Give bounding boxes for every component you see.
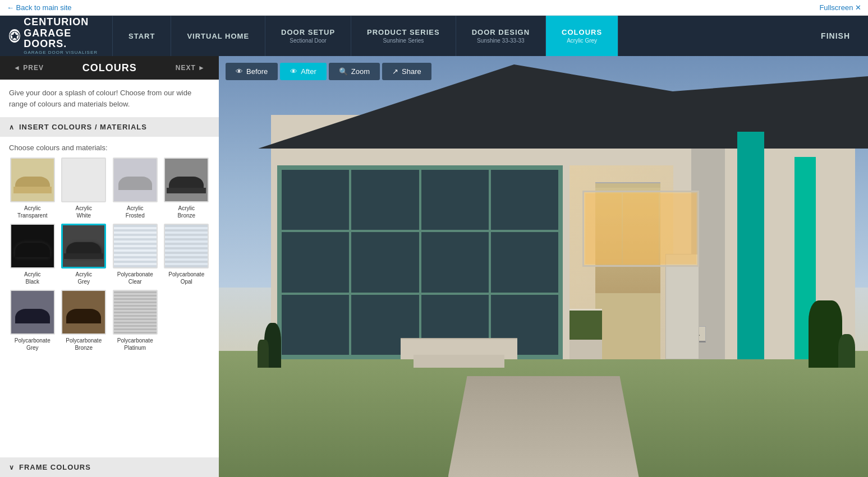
chevron-down-icon: ∨ <box>9 464 15 471</box>
colour-label-pc-platinum: PolycarbonatePlatinum <box>117 337 153 351</box>
colour-grid: AcrylicTransparent AcrylicWhite AcrylicF… <box>9 158 210 351</box>
insert-colours-section-header[interactable]: ∧ INSERT COLOURS / MATERIALS <box>0 117 219 137</box>
path-step2 <box>414 355 504 368</box>
colour-label-pc-grey: PolycarbonateGrey <box>15 337 50 351</box>
colour-swatch-acrylic-grey <box>61 224 106 268</box>
frame-colours-label: FRAME COLOURS <box>19 463 91 471</box>
nav-items: START VIRTUAL HOME DOOR SETUP Sectional … <box>112 16 868 56</box>
window-pane <box>585 193 622 263</box>
colour-label-pc-opal: PolycarbonateOpal <box>168 271 204 285</box>
view-toolbar: 👁 Before 👁 After 🔍 Zoom ↗ Share <box>226 63 431 80</box>
colour-item-pc-bronze[interactable]: PolycarbonateBronze <box>61 290 108 351</box>
nav-item-door-setup[interactable]: DOOR SETUP Sectional Door <box>265 16 351 56</box>
colour-label-acrylic-frosted: AcrylicFrosted <box>126 205 145 219</box>
teal-pillar-left <box>737 132 764 359</box>
logo-area: CENTURION GARAGE DOORS. GARAGE DOOR VISU… <box>0 12 112 59</box>
share-icon: ↗ <box>392 67 398 76</box>
zoom-button[interactable]: 🔍 Zoom <box>329 63 380 80</box>
sidebar-description: Give your door a splash of colour! Choos… <box>0 80 219 117</box>
svg-marker-1 <box>11 33 19 40</box>
nav-item-finish[interactable]: FINISH <box>803 16 868 56</box>
colour-item-acrylic-black[interactable]: AcrylicBlack <box>9 224 56 285</box>
colours-subtitle: Choose colours and materials: <box>9 143 210 152</box>
insert-colours-label: INSERT COLOURS / MATERIALS <box>19 123 147 131</box>
garage-pane <box>282 170 349 230</box>
logo-name: CENTURION <box>24 17 103 28</box>
sidebar: ◄ PREV COLOURS NEXT ► Give your door a s… <box>0 56 219 477</box>
colour-label-acrylic-white: AcrylicWhite <box>76 205 92 219</box>
colour-item-acrylic-transparent[interactable]: AcrylicTransparent <box>9 158 56 219</box>
colour-label-pc-clear: PolycarbonateClear <box>117 271 153 285</box>
window-pane <box>660 193 696 263</box>
sidebar-header: ◄ PREV COLOURS NEXT ► <box>0 56 219 80</box>
nav-item-colours[interactable]: COLOURS Acrylic Grey <box>546 16 618 56</box>
after-button[interactable]: 👁 After <box>280 63 326 80</box>
garage-pane <box>491 232 558 292</box>
logo-tagline: GARAGE DOOR VISUALISER <box>24 50 103 55</box>
colour-swatch-pc-platinum <box>113 290 158 335</box>
fullscreen-link[interactable]: Fullscreen ✕ <box>819 3 861 12</box>
main-nav: CENTURION GARAGE DOORS. GARAGE DOOR VISU… <box>0 16 868 56</box>
chevron-up-icon: ∧ <box>9 123 15 131</box>
before-button[interactable]: 👁 Before <box>226 63 278 80</box>
colour-item-acrylic-bronze[interactable]: AcrylicBronze <box>163 158 210 219</box>
garage-pane <box>282 232 349 292</box>
driveway <box>448 376 639 477</box>
garage-pane <box>351 170 419 230</box>
garage-pane <box>351 232 419 292</box>
eye-before-icon: 👁 <box>236 67 243 76</box>
colour-label-pc-bronze: PolycarbonateBronze <box>66 337 102 351</box>
colour-swatch-acrylic-frosted <box>113 158 158 202</box>
colour-swatch-acrylic-transparent <box>10 158 55 202</box>
garage-pane <box>421 232 489 292</box>
colour-item-pc-grey[interactable]: PolycarbonateGrey <box>9 290 56 351</box>
prev-button[interactable]: ◄ PREV <box>9 62 48 74</box>
colour-label-acrylic-transparent: AcrylicTransparent <box>17 205 48 219</box>
fence-post <box>665 254 699 359</box>
eye-after-icon: 👁 <box>290 67 297 76</box>
plant-left2 <box>258 340 269 368</box>
colour-item-acrylic-frosted[interactable]: AcrylicFrosted <box>112 158 159 219</box>
garage-pane <box>282 295 349 355</box>
sidebar-title: COLOURS <box>48 62 171 74</box>
nav-item-virtual-home[interactable]: VIRTUAL HOME <box>171 16 265 56</box>
next-button[interactable]: NEXT ► <box>171 62 210 74</box>
colour-item-pc-platinum[interactable]: PolycarbonatePlatinum <box>112 290 159 351</box>
back-to-main-link[interactable]: ← Back to main site <box>7 3 72 12</box>
house-scene: 14 <box>219 56 868 477</box>
plant-right-small <box>838 334 855 368</box>
colour-item-pc-opal[interactable]: PolycarbonateOpal <box>163 224 210 285</box>
colour-swatch-pc-grey <box>10 290 55 335</box>
colour-label-acrylic-bronze: AcrylicBronze <box>177 205 195 219</box>
colour-swatch-pc-opal <box>164 224 209 268</box>
plant-in-box <box>570 311 602 340</box>
garage-grid <box>279 168 561 356</box>
colour-item-acrylic-white[interactable]: AcrylicWhite <box>61 158 108 219</box>
nav-item-door-design[interactable]: DOOR DESIGN Sunshine 33-33-33 <box>456 16 546 56</box>
colour-item-acrylic-grey[interactable]: AcrylicGrey <box>61 224 108 285</box>
colour-swatch-acrylic-black <box>10 224 55 268</box>
nav-item-product-series[interactable]: PRODUCT SERIES Sunshine Series <box>351 16 456 56</box>
plant-right-large <box>809 300 842 368</box>
zoom-icon: 🔍 <box>339 67 348 76</box>
colour-label-acrylic-grey: AcrylicGrey <box>76 271 92 285</box>
planter-box <box>570 309 602 359</box>
garage-pane <box>421 170 489 230</box>
colour-swatch-acrylic-white <box>61 158 106 202</box>
window-pane <box>623 193 659 263</box>
garage-door <box>277 165 563 359</box>
colour-swatch-pc-clear <box>113 224 158 268</box>
colour-label-acrylic-black: AcrylicBlack <box>24 271 40 285</box>
share-button[interactable]: ↗ Share <box>382 63 431 80</box>
entry-windows <box>582 191 699 266</box>
colour-swatch-pc-bronze <box>61 290 106 335</box>
logo-name2: GARAGE DOORS. <box>24 28 103 50</box>
colour-item-pc-clear[interactable]: PolycarbonateClear <box>112 224 159 285</box>
garage-pane <box>491 170 558 230</box>
nav-item-start[interactable]: START <box>112 16 171 56</box>
logo-icon <box>9 29 20 43</box>
frame-colours-section-header[interactable]: ∨ FRAME COLOURS <box>0 457 219 477</box>
insert-colours-content: Choose colours and materials: AcrylicTra… <box>0 137 219 358</box>
main-view: 👁 Before 👁 After 🔍 Zoom ↗ Share <box>219 56 868 477</box>
content-area: ◄ PREV COLOURS NEXT ► Give your door a s… <box>0 56 868 477</box>
